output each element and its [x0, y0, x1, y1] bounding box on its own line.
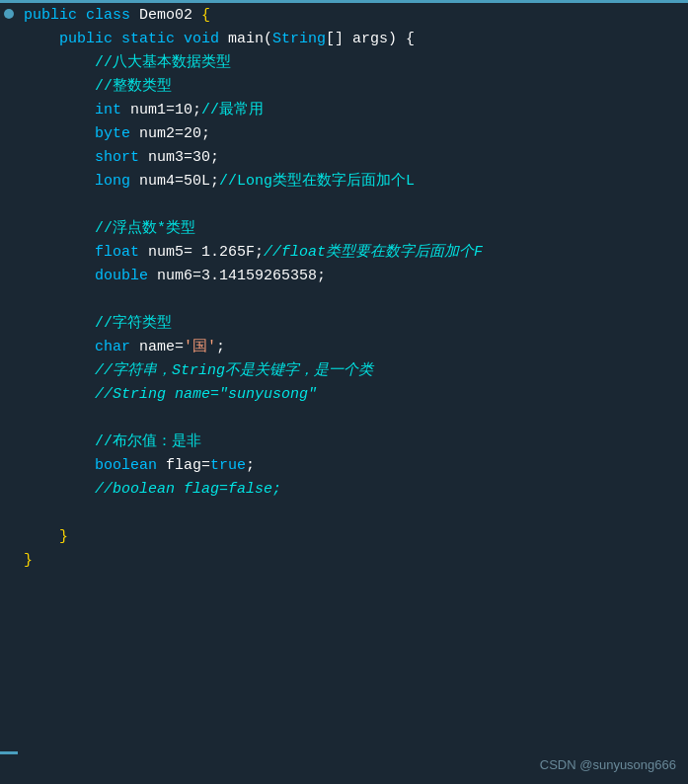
- code-token: char: [95, 339, 139, 355]
- code-token: num2=20;: [139, 125, 210, 142]
- line-content: float num5= 1.265F;//float类型要在数字后面加个F: [24, 241, 680, 265]
- code-line: double num6=3.14159265358;: [0, 265, 688, 288]
- code-token: Demo02: [130, 7, 201, 24]
- code-token: double: [95, 268, 157, 284]
- code-token: //整数类型: [95, 78, 172, 95]
- code-token: //布尔值：是非: [95, 433, 201, 450]
- code-line: [0, 502, 688, 525]
- code-token: (: [264, 31, 272, 47]
- code-token: num5= 1.265F;: [148, 244, 264, 261]
- code-token: [24, 362, 95, 379]
- code-line: short num3=30;: [0, 146, 688, 170]
- line-content: [24, 288, 680, 312]
- code-token: //float类型要在数字后面加个F: [264, 244, 483, 261]
- code-line: //布尔值：是非: [0, 431, 688, 454]
- code-line: [0, 407, 688, 431]
- code-token: [24, 54, 95, 71]
- line-content: //八大基本数据类型: [24, 51, 680, 75]
- code-token: main: [228, 31, 264, 47]
- code-token: //Long类型在数字后面加个L: [219, 173, 415, 190]
- code-line: byte num2=20;: [0, 122, 688, 146]
- line-content: //布尔值：是非: [24, 431, 680, 454]
- code-token: '国': [184, 339, 216, 355]
- line-content: [24, 407, 680, 431]
- line-content: //字符类型: [24, 312, 680, 336]
- line-content: //字符串，String不是关键字，是一个类: [24, 359, 680, 383]
- bottom-accent-bar: [0, 751, 18, 754]
- code-token: [24, 173, 95, 190]
- code-token: [24, 102, 95, 118]
- code-token: public class: [24, 7, 130, 24]
- code-token: //String name="sunyusong": [95, 386, 317, 403]
- code-token: flag=: [166, 457, 210, 474]
- line-content: }: [24, 549, 680, 573]
- code-token: num4=50L;: [139, 173, 219, 190]
- code-editor: public class Demo02 { public static void…: [0, 0, 688, 784]
- code-token: //最常用: [201, 102, 264, 118]
- line-content: //整数类型: [24, 75, 680, 99]
- code-lines: public class Demo02 { public static void…: [0, 4, 688, 573]
- code-token: num1=10;: [130, 102, 201, 118]
- code-token: byte: [95, 125, 139, 142]
- code-token: int: [95, 102, 130, 118]
- line-content: int num1=10;//最常用: [24, 99, 680, 122]
- line-content: long num4=50L;//Long类型在数字后面加个L: [24, 170, 680, 194]
- code-token: //boolean flag=false;: [95, 481, 281, 498]
- code-token: [] args) {: [326, 31, 415, 47]
- code-line: long num4=50L;//Long类型在数字后面加个L: [0, 170, 688, 194]
- code-token: boolean: [95, 457, 166, 474]
- code-token: [24, 220, 95, 237]
- watermark: CSDN @sunyusong666: [540, 755, 676, 776]
- code-line: //整数类型: [0, 75, 688, 99]
- code-token: num3=30;: [148, 149, 219, 166]
- line-content: //浮点数*类型: [24, 217, 680, 241]
- code-line: //字符类型: [0, 312, 688, 336]
- code-line: //boolean flag=false;: [0, 478, 688, 502]
- code-token: short: [95, 149, 148, 166]
- code-line: //String name="sunyusong": [0, 383, 688, 407]
- line-content: boolean flag=true;: [24, 454, 680, 478]
- line-content: }: [24, 525, 680, 549]
- line-content: short num3=30;: [24, 146, 680, 170]
- line-content: //boolean flag=false;: [24, 478, 680, 502]
- code-token: [24, 244, 95, 261]
- code-token: [24, 31, 59, 47]
- code-line: float num5= 1.265F;//float类型要在数字后面加个F: [0, 241, 688, 265]
- code-line: char name='国';: [0, 336, 688, 359]
- code-token: true: [210, 457, 246, 474]
- code-token: name=: [139, 339, 184, 355]
- code-token: long: [95, 173, 139, 190]
- code-line: }: [0, 549, 688, 573]
- line-gutter: [0, 9, 18, 19]
- line-content: public static void main(String[] args) {: [24, 28, 680, 51]
- line-content: double num6=3.14159265358;: [24, 265, 680, 288]
- code-token: //字符类型: [95, 315, 172, 332]
- code-token: float: [95, 244, 148, 261]
- code-token: }: [59, 528, 68, 545]
- line-content: [24, 194, 680, 217]
- code-line: [0, 194, 688, 217]
- code-token: //字符串，String不是关键字，是一个类: [95, 362, 373, 379]
- code-token: [24, 386, 95, 403]
- code-line: //字符串，String不是关键字，是一个类: [0, 359, 688, 383]
- line-content: public class Demo02 {: [24, 4, 680, 28]
- line-content: //String name="sunyusong": [24, 383, 680, 407]
- code-line: public static void main(String[] args) {: [0, 28, 688, 51]
- code-token: public static void: [59, 31, 228, 47]
- code-token: //八大基本数据类型: [95, 54, 231, 71]
- code-token: [24, 268, 95, 284]
- code-line: boolean flag=true;: [0, 454, 688, 478]
- code-token: ;: [246, 457, 255, 474]
- code-token: [24, 433, 95, 450]
- code-line: //浮点数*类型: [0, 217, 688, 241]
- line-content: [24, 502, 680, 525]
- code-token: [24, 125, 95, 142]
- code-token: ;: [216, 339, 225, 355]
- line-content: byte num2=20;: [24, 122, 680, 146]
- code-token: [24, 149, 95, 166]
- code-line: [0, 288, 688, 312]
- code-token: String: [272, 31, 326, 47]
- gutter-mark: [4, 9, 14, 19]
- code-line: public class Demo02 {: [0, 4, 688, 28]
- code-token: [24, 315, 95, 332]
